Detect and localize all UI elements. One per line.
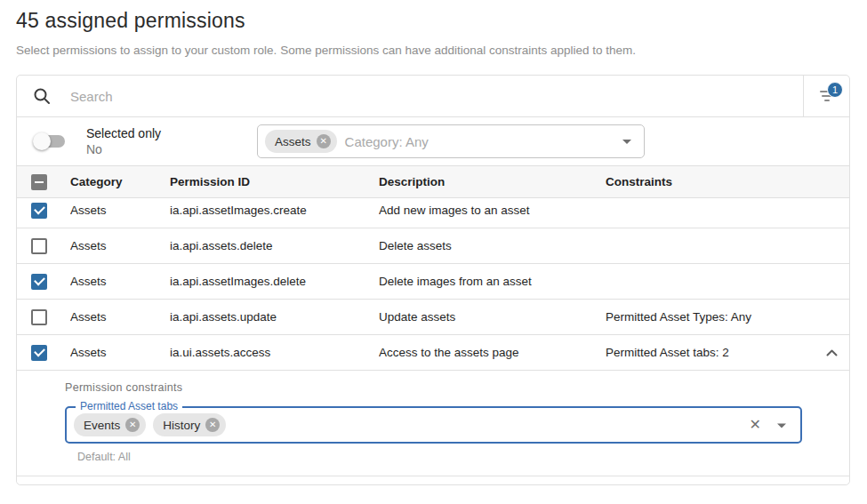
col-constraints: Constraints xyxy=(606,175,814,188)
search-icon xyxy=(33,87,51,105)
category-cell: Assets xyxy=(70,310,170,324)
page-title: 45 assigned permissions xyxy=(16,9,851,33)
row-checkbox[interactable] xyxy=(31,238,47,254)
permission-id-cell: ia.api.assetImages.create xyxy=(170,204,379,217)
col-permission-id: Permission ID xyxy=(170,175,379,188)
page-subtitle: Select permissions to assign to your cus… xyxy=(16,44,851,57)
toggle-thumb xyxy=(33,132,51,150)
col-category: Category xyxy=(70,175,170,188)
constraint-panel: Permission constraints Permitted Asset t… xyxy=(17,371,849,476)
chevron-down-icon xyxy=(622,140,631,144)
search-input[interactable] xyxy=(70,89,803,104)
tab-chip-label: Events xyxy=(84,419,120,432)
table-row[interactable]: Assets ia.api.assetImages.create Add new… xyxy=(17,198,849,228)
filter-bar: Selected only No Assets ✕ Category: Any xyxy=(17,117,849,166)
chip-remove-icon[interactable]: ✕ xyxy=(125,418,140,432)
description-cell: Delete assets xyxy=(379,239,606,252)
permission-id-cell: ia.api.assets.update xyxy=(170,310,379,324)
description-cell: Access to the assets page xyxy=(379,346,606,359)
table-header: Category Permission ID Description Const… xyxy=(17,166,849,198)
tab-chip-history[interactable]: History ✕ xyxy=(153,413,226,436)
description-cell: Delete images from an asset xyxy=(379,275,606,288)
permissions-page: 45 assigned permissions Select permissio… xyxy=(0,0,867,485)
tab-chip-label: History xyxy=(163,419,200,432)
tab-chip-events[interactable]: Events ✕ xyxy=(74,413,146,436)
clear-selection-icon[interactable]: ✕ xyxy=(750,418,761,432)
row-checkbox[interactable] xyxy=(31,203,47,219)
category-select-placeholder: Category: Any xyxy=(345,134,633,149)
permission-id-cell: ia.ui.assets.access xyxy=(170,346,379,359)
table-row[interactable]: Assets ia.api.assets.delete Delete asset… xyxy=(17,228,849,264)
selected-only-labels: Selected only No xyxy=(86,125,161,157)
category-cell: Assets xyxy=(70,275,170,288)
constraints-cell: Permitted Asset tabs: 2 xyxy=(606,346,814,359)
panel-footer xyxy=(17,476,849,484)
description-cell: Add new images to an asset xyxy=(379,204,606,217)
table-body: Assets ia.api.assetImages.create Add new… xyxy=(17,198,849,371)
row-checkbox[interactable] xyxy=(31,345,47,361)
table-row[interactable]: Assets ia.api.assets.update Update asset… xyxy=(17,300,849,335)
permission-id-cell: ia.api.assets.delete xyxy=(170,239,379,252)
filter-button[interactable]: 1 xyxy=(803,76,849,116)
permissions-panel: 1 Selected only No Assets ✕ Category: An… xyxy=(16,75,850,485)
table-row[interactable]: Assets ia.ui.assets.access Access to the… xyxy=(17,335,849,371)
filter-count-badge: 1 xyxy=(827,82,843,98)
field-label: Permitted Asset tabs xyxy=(76,400,182,412)
search-row: 1 xyxy=(17,76,849,117)
category-chip[interactable]: Assets ✕ xyxy=(265,130,337,153)
chevron-down-icon[interactable] xyxy=(777,424,786,428)
select-all-checkbox[interactable] xyxy=(31,174,47,190)
chip-remove-icon[interactable]: ✕ xyxy=(317,134,331,148)
constraints-cell: Permitted Asset Types: Any xyxy=(606,310,814,324)
category-chip-label: Assets xyxy=(275,135,311,148)
table-row[interactable]: Assets ia.api.assetImages.delete Delete … xyxy=(17,264,849,300)
category-cell: Assets xyxy=(70,239,170,252)
selected-only-toggle[interactable] xyxy=(33,133,67,149)
selected-only-value: No xyxy=(86,141,161,157)
category-cell: Assets xyxy=(70,346,170,359)
collapse-row-button[interactable] xyxy=(814,349,849,356)
col-description: Description xyxy=(379,175,606,188)
selected-only-label: Selected only xyxy=(86,125,161,141)
constraint-panel-label: Permission constraints xyxy=(65,381,849,394)
row-checkbox[interactable] xyxy=(31,274,47,290)
chevron-up-icon xyxy=(826,349,838,356)
permitted-asset-tabs-select[interactable]: Permitted Asset tabs Events ✕ History ✕ … xyxy=(65,406,802,444)
category-cell: Assets xyxy=(70,204,170,217)
search-field-wrap xyxy=(17,76,803,116)
default-helper-text: Default: All xyxy=(77,451,849,463)
description-cell: Update assets xyxy=(379,310,606,324)
category-select[interactable]: Assets ✕ Category: Any xyxy=(257,124,645,158)
row-checkbox[interactable] xyxy=(31,309,47,325)
chip-remove-icon[interactable]: ✕ xyxy=(205,418,220,432)
permission-id-cell: ia.api.assetImages.delete xyxy=(170,275,379,288)
